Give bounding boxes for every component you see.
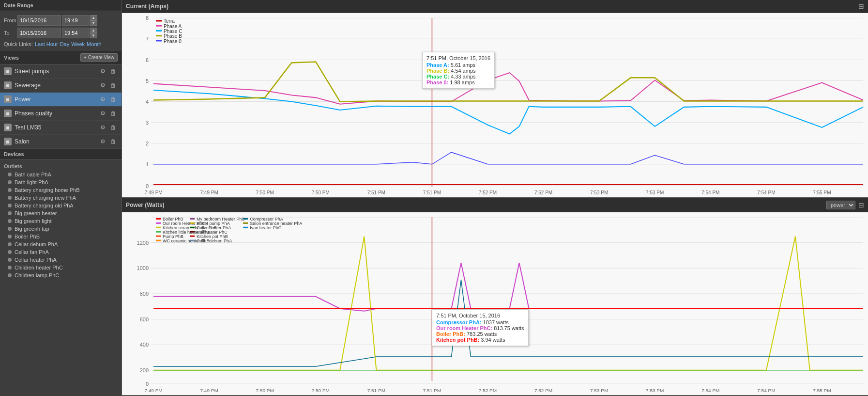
- device-dot: [8, 188, 12, 192]
- delete-icon-sewerage[interactable]: 🗑: [109, 81, 118, 89]
- device-dot: [8, 273, 12, 277]
- device-dot: [8, 227, 12, 231]
- svg-text:7:49 PM: 7:49 PM: [200, 387, 218, 393]
- power-type-select[interactable]: power: [826, 201, 855, 209]
- svg-rect-77: [156, 226, 161, 228]
- create-view-button[interactable]: + Create View: [80, 53, 118, 62]
- svg-text:7:51 PM: 7:51 PM: [423, 387, 441, 393]
- settings-icon-test-lm35[interactable]: ⚙: [99, 124, 107, 131]
- device-dot: [8, 250, 12, 254]
- device-dot: [8, 180, 12, 184]
- device-dot: [8, 235, 12, 238]
- device-boiler-phb[interactable]: Boiler PhB: [0, 233, 122, 240]
- view-name-salon: Salon: [15, 138, 99, 145]
- from-time-input[interactable]: [62, 15, 89, 26]
- quick-week[interactable]: Week: [71, 41, 85, 47]
- current-chart-svg: 0 1 2 3 4 5 6 7 8 7:49 PM 7:49 PM 7:50 P…: [122, 13, 868, 197]
- settings-icon-sewerage[interactable]: ⚙: [99, 81, 107, 89]
- view-item-salon[interactable]: ▦ Salon ⚙ 🗑: [0, 135, 122, 149]
- device-children-heater[interactable]: Children heater PhC: [0, 264, 122, 271]
- svg-text:7:52 PM: 7:52 PM: [534, 190, 552, 195]
- svg-text:7:52 PM: 7:52 PM: [479, 387, 497, 393]
- svg-text:7:54 PM: 7:54 PM: [757, 190, 775, 195]
- svg-text:7:49 PM: 7:49 PM: [200, 190, 218, 195]
- device-cellar-fan[interactable]: Cellar fan PhA: [0, 248, 122, 256]
- device-bath-light[interactable]: Bath light PhA: [0, 178, 122, 186]
- view-actions-phases-quality: ⚙ 🗑: [99, 110, 118, 117]
- svg-text:Ivan heater PhC: Ivan heater PhC: [250, 225, 282, 230]
- svg-text:7:53 PM: 7:53 PM: [590, 190, 608, 195]
- view-icon-phases-quality: ▦: [4, 110, 12, 117]
- view-item-street-pumps[interactable]: ▦ Street pumps ⚙ 🗑: [0, 64, 122, 79]
- settings-icon-power[interactable]: ⚙: [99, 95, 107, 103]
- view-actions-street-pumps: ⚙ 🗑: [99, 67, 118, 75]
- current-chart-body[interactable]: 0 1 2 3 4 5 6 7 8 7:49 PM 7:49 PM 7:50 P…: [122, 13, 868, 197]
- device-bath-cable[interactable]: Bath cable PhA: [0, 171, 122, 178]
- svg-text:Phase 0: Phase 0: [164, 38, 182, 44]
- svg-text:7:53 PM: 7:53 PM: [646, 190, 664, 195]
- device-battery-old[interactable]: Battery charging old PhA: [0, 202, 122, 209]
- svg-text:7:50 PM: 7:50 PM: [312, 387, 330, 393]
- delete-icon-phases-quality[interactable]: 🗑: [109, 110, 118, 117]
- device-children-lamp[interactable]: Children lamp PhC: [0, 271, 122, 279]
- svg-text:7:54 PM: 7:54 PM: [757, 387, 775, 393]
- svg-text:7:50 PM: 7:50 PM: [312, 190, 330, 195]
- delete-icon-test-lm35[interactable]: 🗑: [109, 124, 118, 131]
- device-cellar-heater[interactable]: Cellar heater PhA: [0, 256, 122, 264]
- views-header: Views + Create View: [0, 51, 122, 64]
- delete-icon-salon[interactable]: 🗑: [109, 138, 118, 145]
- svg-text:3: 3: [146, 120, 149, 126]
- view-item-test-lm35[interactable]: ▦ Test LM35 ⚙ 🗑: [0, 121, 122, 135]
- svg-rect-97: [243, 218, 248, 219]
- settings-icon-street-pumps[interactable]: ⚙: [99, 67, 107, 75]
- svg-text:Cellar dehum PhA: Cellar dehum PhA: [197, 238, 232, 243]
- view-actions-salon: ⚙ 🗑: [99, 138, 118, 145]
- svg-text:0: 0: [146, 380, 149, 386]
- svg-text:400: 400: [140, 342, 149, 348]
- from-date-input[interactable]: [17, 15, 61, 26]
- power-chart-title: Power (Watts): [126, 202, 165, 208]
- svg-rect-91: [190, 231, 195, 232]
- device-dot: [8, 258, 12, 262]
- to-date-input[interactable]: [17, 28, 61, 38]
- device-dot: [8, 211, 12, 215]
- view-item-sewerage[interactable]: ▦ Sewerage ⚙ 🗑: [0, 79, 122, 93]
- svg-rect-83: [156, 239, 161, 241]
- to-time-spinner: ▲ ▼: [90, 28, 97, 38]
- views-label: Views: [4, 55, 19, 61]
- device-battery-new[interactable]: Battery charging new PhA: [0, 194, 122, 202]
- from-time-down[interactable]: ▼: [90, 20, 97, 26]
- to-time-down[interactable]: ▼: [90, 33, 97, 38]
- power-chart-minimize[interactable]: ⊟: [858, 201, 864, 209]
- to-time-up[interactable]: ▲: [90, 28, 97, 33]
- current-chart-minimize[interactable]: ⊟: [858, 2, 864, 10]
- device-big-greenh-light[interactable]: Big greenh light: [0, 217, 122, 225]
- outlets-label: Outlets: [0, 162, 122, 171]
- from-time-up[interactable]: ▲: [90, 15, 97, 20]
- power-chart-container: Power (Watts) power ⊟: [122, 198, 868, 396]
- device-dot: [8, 173, 12, 176]
- quick-day[interactable]: Day: [60, 41, 70, 47]
- to-time-input[interactable]: [62, 28, 89, 38]
- device-big-greenh-tap[interactable]: Big greenh tap: [0, 225, 122, 233]
- settings-icon-salon[interactable]: ⚙: [99, 138, 107, 145]
- delete-icon-street-pumps[interactable]: 🗑: [109, 67, 118, 75]
- power-chart-body[interactable]: 0 200 400 600 800 1000 1200 7:49 PM 7:49…: [122, 212, 868, 396]
- svg-text:5: 5: [146, 78, 149, 83]
- device-big-greenh-heater[interactable]: Big greenh heater: [0, 209, 122, 217]
- quick-links-label: Quick Links:: [4, 41, 33, 47]
- quick-last-hour[interactable]: Last Hour: [35, 41, 58, 47]
- device-dot: [8, 266, 12, 269]
- view-item-phases-quality[interactable]: ▦ Phases quality ⚙ 🗑: [0, 107, 122, 121]
- device-cellar-dehum[interactable]: Cellar dehum PhA: [0, 240, 122, 248]
- settings-icon-phases-quality[interactable]: ⚙: [99, 110, 107, 117]
- delete-icon-power[interactable]: 🗑: [109, 95, 118, 103]
- device-dot: [8, 204, 12, 207]
- view-item-power[interactable]: ▦ Power ⚙ 🗑: [0, 93, 122, 107]
- svg-rect-0: [122, 13, 868, 197]
- quick-month[interactable]: Month: [87, 41, 102, 47]
- from-label: From: [4, 17, 17, 23]
- to-label: To: [4, 30, 17, 36]
- svg-text:1: 1: [146, 161, 149, 167]
- device-battery-home[interactable]: Battery charging home PhB: [0, 186, 122, 194]
